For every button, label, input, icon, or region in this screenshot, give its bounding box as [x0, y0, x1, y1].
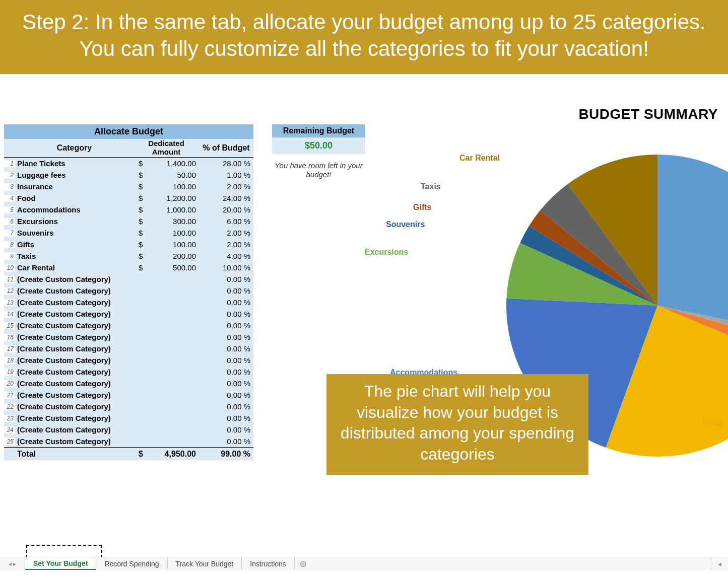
row-number: 18	[4, 357, 15, 364]
pct-cell: 1.00 %	[199, 171, 253, 179]
remaining-title: Remaining Budget	[272, 124, 365, 137]
pie-chart-callout: The pie chart will help you visualize ho…	[326, 374, 588, 475]
table-row[interactable]: 22 (Create Custom Category) 0.00 %	[4, 401, 253, 412]
pct-cell: 10.00 %	[199, 263, 253, 272]
table-row[interactable]: 15 (Create Custom Category) 0.00 %	[4, 320, 253, 331]
category-cell[interactable]: Food	[15, 194, 134, 202]
category-cell[interactable]: (Create Custom Category)	[15, 425, 134, 434]
category-cell[interactable]: (Create Custom Category)	[15, 379, 134, 388]
row-number: 4	[4, 195, 15, 202]
remaining-value: $50.00	[272, 137, 365, 154]
row-number: 16	[4, 334, 15, 341]
tab-record-spending[interactable]: Record Spending	[96, 557, 167, 570]
sheet-tab-bar: ◂ ▸ Set Your Budget Record Spending Trac…	[0, 557, 728, 570]
table-row[interactable]: 17 (Create Custom Category) 0.00 %	[4, 343, 253, 354]
table-row[interactable]: 14 (Create Custom Category) 0.00 %	[4, 308, 253, 320]
pct-cell: 0.00 %	[199, 356, 253, 365]
table-row[interactable]: 12 (Create Custom Category) 0.00 %	[4, 285, 253, 297]
table-row[interactable]: 24 (Create Custom Category) 0.00 %	[4, 424, 253, 435]
table-row[interactable]: 21 (Create Custom Category) 0.00 %	[4, 389, 253, 401]
table-row[interactable]: 25 (Create Custom Category) 0.00 %	[4, 435, 253, 447]
table-row[interactable]: 8 Gifts $100.00 2.00 %	[4, 239, 253, 250]
add-sheet-button[interactable]: ⊕	[295, 557, 312, 570]
table-row[interactable]: 16 (Create Custom Category) 0.00 %	[4, 331, 253, 343]
category-cell[interactable]: (Create Custom Category)	[15, 275, 134, 283]
table-row[interactable]: 18 (Create Custom Category) 0.00 %	[4, 354, 253, 366]
tab-instructions[interactable]: Instructions	[242, 557, 295, 570]
pct-cell: 24.00 %	[199, 194, 253, 202]
pie-label-car-rental: Car Rental	[459, 154, 500, 163]
budget-summary-title: BUDGET SUMMARY	[578, 106, 718, 122]
category-cell[interactable]: Luggage fees	[15, 171, 134, 179]
category-cell[interactable]: Souvenirs	[15, 229, 134, 237]
category-cell[interactable]: (Create Custom Category)	[15, 344, 134, 353]
row-number: 12	[4, 287, 15, 295]
tab-track-your-budget[interactable]: Track Your Budget	[168, 557, 242, 570]
category-cell[interactable]: (Create Custom Category)	[15, 310, 134, 318]
pct-cell: 0.00 %	[199, 321, 253, 330]
table-row[interactable]: 5 Accommodations $1,000.00 20.00 %	[4, 204, 253, 215]
header-category: Category	[15, 139, 134, 157]
pct-cell: 0.00 %	[199, 310, 253, 318]
category-cell[interactable]: (Create Custom Category)	[15, 321, 134, 330]
pct-cell: 0.00 %	[199, 298, 253, 307]
category-cell[interactable]: (Create Custom Category)	[15, 368, 134, 376]
row-number: 19	[4, 369, 15, 376]
table-row[interactable]: 2 Luggage fees $50.00 1.00 %	[4, 169, 253, 181]
pie-label-gifts: Gifts	[413, 203, 431, 212]
pct-cell: 6.00 %	[199, 217, 253, 226]
category-cell[interactable]: Gifts	[15, 240, 134, 249]
category-cell[interactable]: Excursions	[15, 217, 134, 226]
active-tab-highlight	[26, 545, 102, 558]
table-row[interactable]: 10 Car Rental $500.00 10.00 %	[4, 262, 253, 273]
category-cell[interactable]: Taxis	[15, 252, 134, 260]
pct-cell: 20.00 %	[199, 205, 253, 214]
table-row[interactable]: 7 Souvenirs $100.00 2.00 %	[4, 227, 253, 239]
remaining-note: You have room left in your budget!	[272, 161, 365, 179]
tab-scroll-right[interactable]: ◂	[711, 557, 728, 570]
table-row[interactable]: 4 Food $1,200.00 24.00 %	[4, 192, 253, 204]
tab-nav-arrows[interactable]: ◂ ▸	[0, 557, 25, 570]
table-row[interactable]: 23 (Create Custom Category) 0.00 %	[4, 412, 253, 424]
table-row[interactable]: 6 Excursions $300.00 6.00 %	[4, 215, 253, 227]
category-cell[interactable]: (Create Custom Category)	[15, 298, 134, 307]
row-number: 7	[4, 230, 15, 237]
remaining-budget-box: Remaining Budget $50.00 You have room le…	[272, 124, 365, 179]
table-row[interactable]: 13 (Create Custom Category) 0.00 %	[4, 297, 253, 308]
table-row[interactable]: 20 (Create Custom Category) 0.00 %	[4, 378, 253, 389]
table-row[interactable]: 11 (Create Custom Category) 0.00 %	[4, 273, 253, 285]
pct-cell: 0.00 %	[199, 286, 253, 295]
pct-cell: 28.00 %	[199, 159, 253, 168]
row-number: 23	[4, 415, 15, 422]
category-cell[interactable]: (Create Custom Category)	[15, 402, 134, 411]
allocate-title: Allocate Budget	[4, 124, 253, 139]
pct-cell: 0.00 %	[199, 391, 253, 399]
category-cell[interactable]: Car Rental	[15, 263, 134, 272]
total-amount: 4,950.00	[145, 450, 199, 459]
category-cell[interactable]: (Create Custom Category)	[15, 414, 134, 422]
category-cell[interactable]: Insurance	[15, 182, 134, 191]
table-row[interactable]: 9 Taxis $200.00 4.00 %	[4, 250, 253, 262]
table-row[interactable]: 19 (Create Custom Category) 0.00 %	[4, 366, 253, 378]
category-cell[interactable]: (Create Custom Category)	[15, 286, 134, 295]
total-pct: 99.00 %	[199, 450, 253, 459]
category-cell[interactable]: (Create Custom Category)	[15, 356, 134, 365]
tab-set-your-budget[interactable]: Set Your Budget	[25, 557, 96, 570]
category-cell[interactable]: (Create Custom Category)	[15, 391, 134, 399]
pct-cell: 0.00 %	[199, 379, 253, 388]
row-number: 5	[4, 206, 15, 213]
pct-cell: 0.00 %	[199, 425, 253, 434]
category-cell[interactable]: Plane Tickets	[15, 159, 134, 168]
pct-cell: 4.00 %	[199, 252, 253, 260]
table-row[interactable]: 3 Insurance $100.00 2.00 %	[4, 181, 253, 192]
category-cell[interactable]: (Create Custom Category)	[15, 333, 134, 341]
category-cell[interactable]: Accommodations	[15, 205, 134, 214]
table-row[interactable]: 1 Plane Tickets $1,400.00 28.00 %	[4, 158, 253, 169]
row-number: 3	[4, 183, 15, 190]
row-number: 10	[4, 264, 15, 271]
header-amount: Dedicated Amount	[134, 139, 199, 157]
pct-cell: 0.00 %	[199, 437, 253, 446]
category-cell[interactable]: (Create Custom Category)	[15, 437, 134, 446]
total-label: Total	[15, 450, 134, 459]
pct-cell: 0.00 %	[199, 414, 253, 422]
